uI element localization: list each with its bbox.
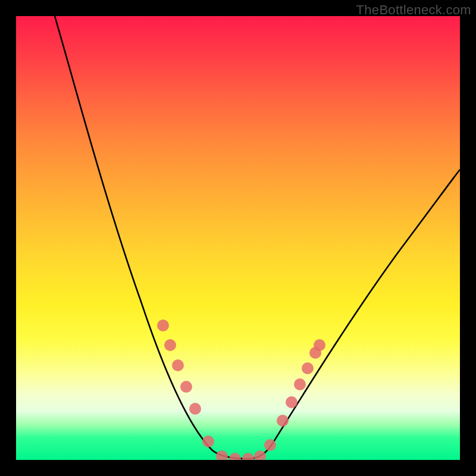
marker-dot [302,362,314,374]
marker-dot [180,381,192,393]
chart-frame [16,16,460,460]
marker-dot [229,453,241,460]
chart-line [55,16,460,459]
chart-svg [16,16,460,460]
bottleneck-curve [55,16,460,459]
marker-dot [242,453,254,460]
marker-dot [164,339,176,351]
marker-dot [286,396,298,408]
marker-dot [254,450,266,460]
marker-dot [157,320,169,331]
watermark-text: TheBottleneck.com [356,2,471,18]
marker-dot [216,450,228,460]
marker-dot [202,436,214,447]
marker-dot [264,439,276,451]
marker-dot [172,359,184,371]
marker-group [157,320,325,460]
marker-dot [314,339,325,351]
marker-dot [277,415,289,427]
marker-dot [294,378,306,390]
marker-dot [189,403,201,415]
